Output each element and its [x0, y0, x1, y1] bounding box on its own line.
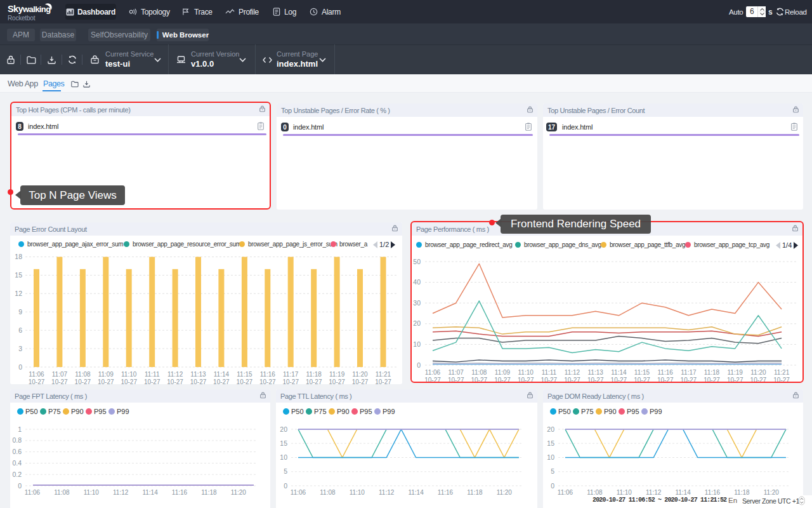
svg-text:0.8: 0.8 [12, 436, 22, 444]
svg-text:0: 0 [551, 482, 554, 490]
svg-text:15: 15 [547, 439, 554, 447]
svg-text:11:16: 11:16 [172, 489, 188, 496]
svg-text:11:10: 11:10 [84, 489, 100, 496]
svg-text:15: 15 [280, 439, 287, 447]
svg-text:11:06: 11:06 [291, 489, 306, 496]
svg-text:11:14: 11:14 [408, 489, 424, 496]
svg-text:11:06: 11:06 [25, 489, 41, 496]
svg-text:1: 1 [18, 425, 22, 433]
svg-text:11:12: 11:12 [379, 489, 395, 496]
svg-text:11:18: 11:18 [201, 489, 217, 496]
svg-text:11:08: 11:08 [320, 489, 336, 496]
svg-text:11:18: 11:18 [467, 489, 483, 496]
svg-text:11:20: 11:20 [231, 489, 247, 496]
svg-text:11:16: 11:16 [438, 489, 454, 496]
svg-text:10: 10 [547, 453, 554, 461]
svg-text:0: 0 [18, 482, 22, 490]
svg-text:20: 20 [280, 425, 287, 433]
svg-text:5: 5 [284, 467, 287, 475]
svg-text:0.6: 0.6 [12, 448, 22, 455]
svg-text:20: 20 [547, 425, 554, 433]
svg-text:0: 0 [284, 482, 287, 490]
svg-text:5: 5 [551, 467, 554, 475]
svg-text:10: 10 [280, 453, 287, 461]
svg-text:11:14: 11:14 [142, 489, 158, 496]
svg-text:11:08: 11:08 [54, 489, 70, 496]
svg-text:11:20: 11:20 [497, 489, 513, 496]
svg-text:11:06: 11:06 [558, 489, 573, 496]
svg-text:11:10: 11:10 [350, 489, 365, 496]
svg-text:0.2: 0.2 [12, 471, 22, 478]
svg-text:11:12: 11:12 [113, 489, 129, 496]
svg-text:0.4: 0.4 [12, 459, 22, 467]
